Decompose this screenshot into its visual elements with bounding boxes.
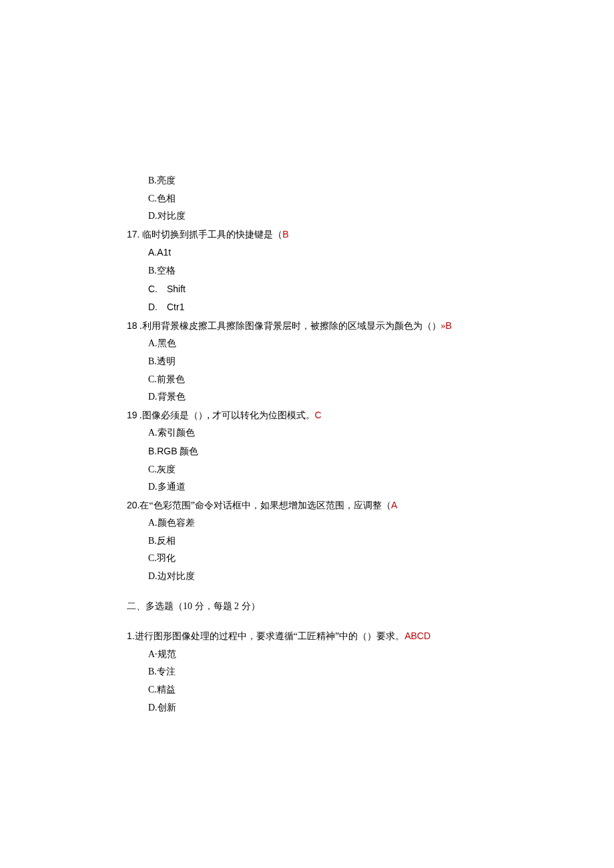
q17-option-b: B.空格 [127,262,514,280]
q20-option-d: D.边对比度 [127,568,514,586]
q19-answer: C [315,410,322,420]
mq1-option-c: C.精益 [127,681,514,699]
mq1-stem: 1.进行图形图像处理的过程中，要求遵循“工匠精神”中的（）要求。ABCD [127,627,514,646]
mq1-option-b: B.专注 [127,663,514,681]
q19-option-c: C.灰度 [127,461,514,479]
q18-option-d: D.背景色 [127,388,514,406]
q20-stem: 20.在“色彩范围”命令对话框中，如果想增加选区范围，应调整（A [127,496,514,515]
q18-stem: 18 .利用背景橡皮擦工具擦除图像背景层时，被擦除的区域显示为颜色为（）»B [127,317,514,336]
q20-text: 在“色彩范围”命令对话框中，如果想增加选区范围，应调整（ [139,500,390,510]
q20-answer: A [391,500,397,510]
mq1-number: 1. [127,630,135,641]
q18-number: 18 [127,320,137,331]
q16-option-c: C.色相 [127,190,514,208]
q19-number: 19 [127,410,137,420]
q17-number: 17. [127,229,142,240]
q18-option-b: B.透明 [127,353,514,371]
mq1-text: 进行图形图像处理的过程中，要求遵循“工匠精神”中的（）要求。 [135,631,404,641]
q16-option-b: B.亮度 [127,172,514,190]
q19-option-b: B.RGB 颜色 [127,442,514,461]
q17-option-c: C.Shift [127,280,514,299]
q18-option-a: A.黑色 [127,335,514,353]
section-2-header: 二、多选题（10 分，每题 2 分） [127,598,514,616]
q18-text: .利用背景橡皮擦工具擦除图像背景层时，被擦除的区域显示为颜色为（） [137,321,441,331]
q17-answer: B [282,229,288,240]
q20-option-a: A.颜色容差 [127,514,514,532]
q20-option-b: B.反相 [127,532,514,550]
q19-option-a: A.索引颜色 [127,424,514,442]
q18-post: » [441,321,446,331]
mq1-answer: ABCD [404,630,430,641]
q19-stem: 19 .图像必须是（）, 才可以转化为位图模式。C [127,406,514,425]
q20-number: 20. [127,500,139,510]
q20-option-c: C.羽化 [127,550,514,568]
q16-option-d: D.对比度 [127,207,514,226]
q19-text: .图像必须是（）, 才可以转化为位图模式。 [137,410,315,420]
q17-option-a: A.A1t [127,244,514,262]
q18-option-c: C.前景色 [127,371,514,389]
q18-answer: B [446,320,452,331]
mq1-option-a: A·规范 [127,646,514,664]
q17-option-d: D.Ctr1 [127,298,514,317]
mq1-option-d: D.创新 [127,699,514,717]
q17-text: 临时切换到抓手工具的快捷键是（ [142,230,282,240]
q19-option-d: D.多通道 [127,478,514,496]
q17-stem: 17. 临时切换到抓手工具的快捷键是（B [127,226,514,244]
